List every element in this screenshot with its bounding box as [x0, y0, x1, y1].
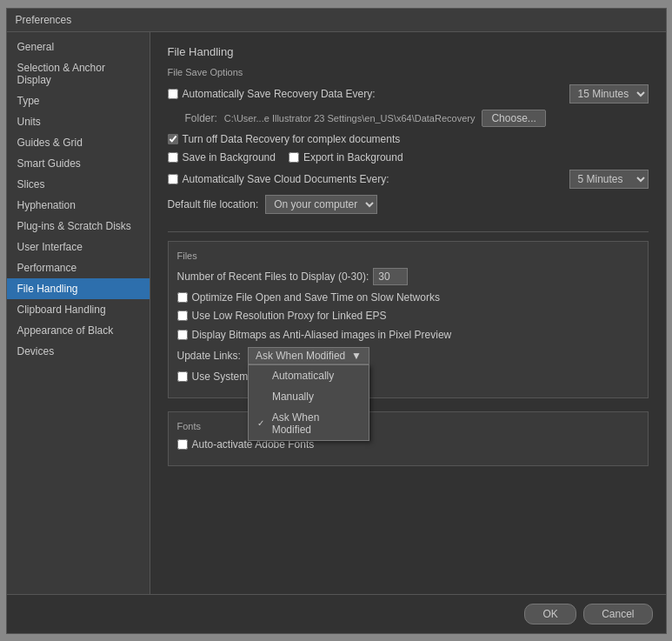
default-location-select[interactable]: On your computer Creative Cloud: [265, 195, 377, 214]
dropdown-option-automatically[interactable]: Automatically: [249, 365, 369, 386]
sidebar-item-units[interactable]: Units: [7, 111, 150, 132]
sidebar-item-devices[interactable]: Devices: [7, 341, 150, 362]
bitmaps-label: Display Bitmaps as Anti-Aliased images i…: [177, 329, 452, 341]
turn-off-checkbox[interactable]: [168, 134, 178, 144]
sidebar-item-smart[interactable]: Smart Guides: [7, 153, 150, 174]
folder-row: Folder: C:\User...e Illustrator 23 Setti…: [168, 110, 649, 127]
bitmaps-row: Display Bitmaps as Anti-Aliased images i…: [177, 329, 639, 341]
files-section: Files Number of Recent Files to Display …: [168, 241, 649, 398]
sidebar-item-ui[interactable]: User Interface: [7, 237, 150, 257]
sidebar-item-guides[interactable]: Guides & Grid: [7, 132, 150, 153]
choose-button[interactable]: Choose...: [482, 110, 545, 127]
main-content: File Handling File Save Options Automati…: [150, 32, 666, 594]
update-links-dropdown-container: Ask When Modified ▼ Automatically Manual…: [248, 347, 369, 364]
check-manually: [257, 391, 268, 401]
update-links-value: Ask When Modified: [256, 350, 345, 362]
save-background-checkbox[interactable]: [168, 152, 178, 163]
files-title: Files: [177, 250, 639, 261]
folder-label: Folder:: [185, 112, 217, 124]
sidebar-item-performance[interactable]: Performance: [7, 257, 150, 278]
low-res-row: Use Low Resolution Proxy for Linked EPS: [177, 310, 639, 322]
bitmaps-checkbox[interactable]: [177, 330, 188, 340]
optimize-label: Optimize File Open and Save Time on Slow…: [177, 291, 440, 304]
sidebar-item-type[interactable]: Type: [7, 90, 150, 111]
folder-path: C:\User...e Illustrator 23 Settings\en_U…: [224, 113, 476, 124]
update-links-dropdown-menu: Automatically Manually ✓ Ask When Modifi…: [248, 364, 369, 441]
auto-activate-checkbox[interactable]: [177, 439, 188, 450]
dialog-body: General Selection & Anchor Display Type …: [7, 32, 666, 594]
sidebar-item-general[interactable]: General: [7, 37, 150, 57]
dialog-title: Preferences: [16, 14, 72, 26]
update-links-dropdown-btn[interactable]: Ask When Modified ▼: [248, 347, 369, 364]
sidebar-item-plugins[interactable]: Plug-ins & Scratch Disks: [7, 216, 150, 237]
sidebar-item-clipboard[interactable]: Clipboard Handling: [7, 299, 150, 320]
preferences-dialog: Preferences General Selection & Anchor D…: [6, 8, 667, 634]
auto-cloud-row: Automatically Save Cloud Documents Every…: [168, 170, 649, 189]
sidebar-item-appearance[interactable]: Appearance of Black: [7, 320, 150, 341]
default-location-label: Default file location:: [168, 198, 259, 210]
background-row: Save in Background Export in Background: [168, 151, 649, 164]
update-links-row: Update Links: Ask When Modified ▼ Automa…: [177, 347, 639, 364]
auto-activate-row: Auto-activate Adobe Fonts: [177, 438, 639, 451]
file-save-options-section: File Save Options Automatically Save Rec…: [168, 67, 649, 214]
auto-save-row: Automatically Save Recovery Data Every: …: [168, 84, 649, 103]
dropdown-option-ask[interactable]: ✓ Ask When Modified: [249, 407, 369, 440]
system-defaults-checkbox[interactable]: [177, 371, 188, 382]
check-automatically: [257, 371, 268, 380]
export-background-label: Export in Background: [289, 151, 403, 164]
fonts-section: Fonts Auto-activate Adobe Fonts: [168, 411, 649, 466]
cancel-button[interactable]: Cancel: [583, 604, 652, 624]
chevron-down-icon: ▼: [351, 350, 362, 362]
recent-files-row: Number of Recent Files to Display (0-30)…: [177, 268, 639, 285]
export-background-checkbox[interactable]: [289, 152, 299, 163]
optimize-checkbox[interactable]: [177, 292, 188, 303]
system-defaults-row: Use System Defaults for 'Edit Original': [177, 371, 639, 383]
sidebar-item-selection[interactable]: Selection & Anchor Display: [7, 57, 150, 90]
save-background-label: Save in Background: [168, 151, 276, 164]
recent-files-label: Number of Recent Files to Display (0-30)…: [177, 270, 369, 283]
fonts-title: Fonts: [177, 421, 639, 431]
ok-button[interactable]: OK: [524, 604, 576, 624]
title-bar: Preferences: [7, 9, 666, 32]
page-title: File Handling: [168, 45, 649, 58]
sidebar-item-slices[interactable]: Slices: [7, 174, 150, 195]
recent-files-input[interactable]: [373, 268, 408, 285]
auto-cloud-checkbox[interactable]: [168, 174, 178, 184]
turn-off-label: Turn off Data Recovery for complex docum…: [168, 133, 401, 145]
low-res-label: Use Low Resolution Proxy for Linked EPS: [177, 310, 387, 322]
dialog-footer: OK Cancel: [7, 594, 666, 633]
file-save-options-title: File Save Options: [168, 67, 649, 77]
auto-save-interval-select[interactable]: 15 Minutes 30 Minutes 1 Hour: [569, 84, 649, 103]
auto-cloud-label: Automatically Save Cloud Documents Every…: [168, 173, 389, 185]
sidebar-item-hyphenation[interactable]: Hyphenation: [7, 195, 150, 216]
auto-cloud-interval-select[interactable]: 5 Minutes 15 Minutes 30 Minutes: [569, 170, 649, 189]
default-location-row: Default file location: On your computer …: [168, 195, 649, 214]
sidebar: General Selection & Anchor Display Type …: [7, 32, 150, 594]
divider1: [168, 231, 649, 232]
turn-off-row: Turn off Data Recovery for complex docum…: [168, 133, 649, 145]
auto-save-label: Automatically Save Recovery Data Every:: [168, 88, 376, 100]
check-ask: ✓: [257, 418, 268, 428]
optimize-row: Optimize File Open and Save Time on Slow…: [177, 291, 639, 304]
low-res-checkbox[interactable]: [177, 310, 188, 321]
auto-save-checkbox[interactable]: [168, 89, 178, 99]
update-links-label: Update Links:: [177, 350, 241, 362]
dropdown-option-manually[interactable]: Manually: [249, 386, 369, 407]
sidebar-item-filehandling[interactable]: File Handling: [7, 278, 150, 299]
